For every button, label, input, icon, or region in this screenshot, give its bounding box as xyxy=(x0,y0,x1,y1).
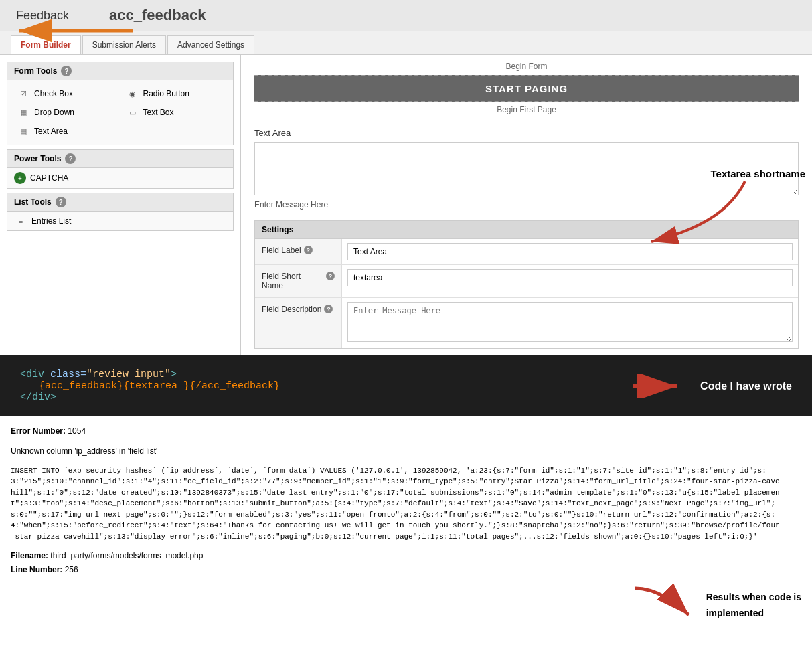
settings-row-short-name: Field Short Name ? xyxy=(255,265,798,298)
settings-value-description xyxy=(342,298,798,348)
filename: third_party/forms/models/forms_model.php xyxy=(50,551,203,560)
error-message: Unknown column 'ip_address' in 'field li… xyxy=(11,444,801,458)
captcha-label: CAPTCHA xyxy=(30,173,68,183)
textbox-icon: ▭ xyxy=(126,107,139,118)
description-textarea[interactable] xyxy=(347,302,793,342)
code-comment: Code I have wrote xyxy=(700,380,792,392)
line-number-label: Line Number: xyxy=(11,565,62,574)
checkbox-label: Check Box xyxy=(34,89,73,98)
main-layout: Form Tools ? ☑ Check Box ◉ Radio Button … xyxy=(0,55,812,355)
settings-label-short-name: Field Short Name ? xyxy=(255,265,342,297)
tool-item-entries-list[interactable]: ≡ Entries List xyxy=(7,212,233,230)
field-description-text: Enter Message Here xyxy=(254,200,799,210)
short-name-input[interactable] xyxy=(347,269,793,286)
filename-line: Filename: third_party/forms/models/forms… xyxy=(11,549,801,562)
error-number-label: Error Number: xyxy=(11,426,66,436)
begin-form-label: Begin Form xyxy=(254,62,799,71)
form-tools-header: Form Tools ? xyxy=(7,62,233,80)
code-line-1: <div class="review_input"> xyxy=(20,369,620,380)
right-panel: Begin Form START PAGING Begin First Page… xyxy=(241,55,812,355)
settings-row-field-label: Field Label ? xyxy=(255,239,798,265)
dropdown-icon: ▦ xyxy=(17,107,30,118)
power-tools-section: Power Tools ? + CAPTCHA xyxy=(7,149,234,189)
settings-value-field-label xyxy=(342,239,798,264)
tab-advanced-settings[interactable]: Advanced Settings xyxy=(167,35,254,54)
error-number: 1054 xyxy=(68,426,86,436)
checkbox-icon: ☑ xyxy=(17,88,30,99)
entries-list-label: Entries List xyxy=(31,216,71,226)
power-tools-title: Power Tools xyxy=(14,154,61,163)
description-help-icon[interactable]: ? xyxy=(324,305,333,313)
textarea-shortname-annotation: Textarea shortname xyxy=(711,168,805,179)
settings-label-description: Field Description ? xyxy=(255,298,342,348)
tool-item-captcha[interactable]: + CAPTCHA xyxy=(7,168,233,188)
settings-box: Settings Field Label ? Field Short Name … xyxy=(254,220,799,349)
code-line-3: </div> xyxy=(20,392,620,403)
form-tools-title: Form Tools xyxy=(14,66,57,76)
code-line-2: {acc_feedback}{textarea }{/acc_feedback} xyxy=(20,380,620,392)
tool-item-dropdown[interactable]: ▦ Drop Down xyxy=(13,104,119,120)
settings-label-field-label: Field Label ? xyxy=(255,239,342,264)
radio-icon: ◉ xyxy=(126,88,139,99)
form-tools-help-icon[interactable]: ? xyxy=(61,66,72,76)
start-paging-label: START PAGING xyxy=(485,83,568,94)
list-tools-help-icon[interactable]: ? xyxy=(56,197,66,207)
list-tools-header: List Tools ? xyxy=(7,193,233,212)
filename-label: Filename: xyxy=(11,551,48,560)
code-section: <div class="review_input"> {acc_feedback… xyxy=(0,355,812,416)
begin-first-page-label: Begin First Page xyxy=(254,105,799,114)
bottom-annotation-area: Results when code is implemented xyxy=(11,582,801,622)
line-number: 256 xyxy=(65,565,78,574)
line-number-line: Line Number: 256 xyxy=(11,563,801,576)
form-tools-section: Form Tools ? ☑ Check Box ◉ Radio Button … xyxy=(7,62,234,145)
form-tools-grid: ☑ Check Box ◉ Radio Button ▦ Drop Down ▭… xyxy=(7,80,233,145)
field-label-input[interactable] xyxy=(347,243,793,260)
top-bar: Feedback acc_feedback xyxy=(0,0,812,31)
settings-header: Settings xyxy=(255,221,798,239)
settings-row-description: Field Description ? xyxy=(255,298,798,348)
captcha-icon: + xyxy=(14,172,26,184)
orange-arrow-icon xyxy=(5,19,133,43)
entries-list-icon: ≡ xyxy=(14,216,27,226)
settings-value-short-name xyxy=(342,265,798,297)
bottom-annotation-text: Results when code is implemented xyxy=(706,590,801,622)
error-section: Error Number: 1054 Unknown column 'ip_ad… xyxy=(0,416,812,630)
start-paging-bar: START PAGING xyxy=(254,75,799,102)
short-name-help-icon[interactable]: ? xyxy=(326,272,335,280)
error-sql: INSERT INTO `exp_security_hashes` (`ip_a… xyxy=(11,465,781,543)
dropdown-label: Drop Down xyxy=(34,108,74,117)
error-number-line: Error Number: 1054 xyxy=(11,424,801,438)
code-block: <div class="review_input"> {acc_feedback… xyxy=(20,369,620,403)
power-tools-header: Power Tools ? xyxy=(7,150,233,168)
textarea-icon: ▤ xyxy=(17,126,30,137)
list-tools-section: List Tools ? ≡ Entries List xyxy=(7,193,234,231)
field-label-help-icon[interactable]: ? xyxy=(304,246,313,254)
radio-label: Radio Button xyxy=(143,89,189,98)
field-top-label: Text Area xyxy=(254,128,799,138)
left-panel: Form Tools ? ☑ Check Box ◉ Radio Button … xyxy=(0,55,241,355)
textarea-label: Text Area xyxy=(34,127,68,136)
code-red-arrow-icon xyxy=(633,374,687,398)
tool-item-radio[interactable]: ◉ Radio Button xyxy=(122,86,228,102)
bottom-red-arrow-icon xyxy=(615,582,696,622)
tool-item-textarea[interactable]: ▤ Text Area xyxy=(13,123,119,139)
field-section: Text Area Enter Message Here Textarea sh… xyxy=(254,128,799,210)
tool-item-textbox[interactable]: ▭ Text Box xyxy=(122,104,228,120)
list-tools-title: List Tools xyxy=(14,197,52,207)
power-tools-help-icon[interactable]: ? xyxy=(65,153,76,164)
tool-item-checkbox[interactable]: ☑ Check Box xyxy=(13,86,119,102)
textbox-label: Text Box xyxy=(143,108,174,117)
